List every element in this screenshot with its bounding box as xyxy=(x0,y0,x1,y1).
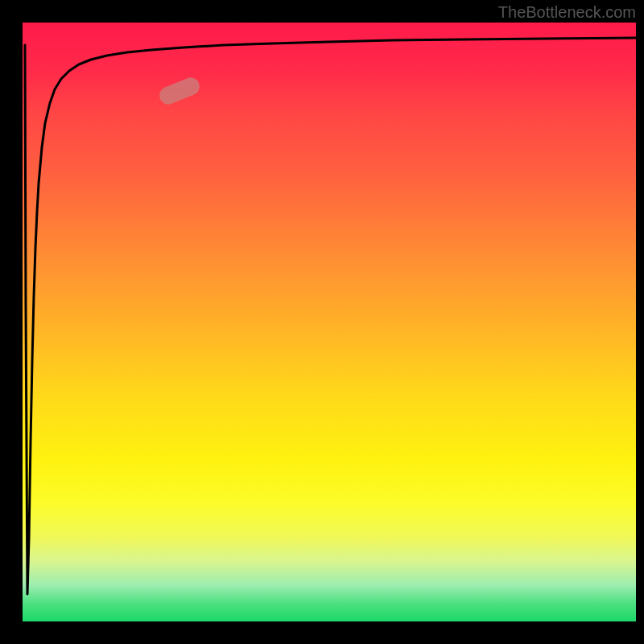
curve-svg xyxy=(23,23,636,621)
curve-line xyxy=(25,38,636,594)
watermark-text: TheBottleneck.com xyxy=(498,3,636,22)
plot-area xyxy=(23,23,636,621)
